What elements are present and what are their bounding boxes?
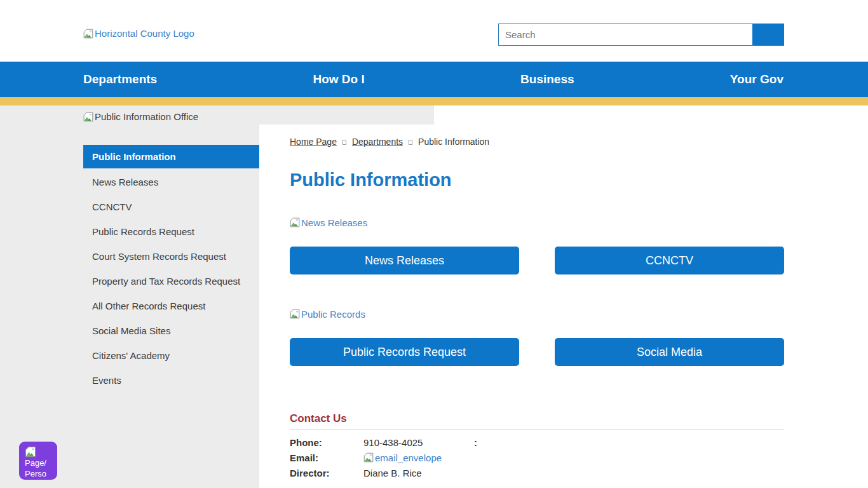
sidebar-item-public-information[interactable]: Public Information	[83, 145, 259, 168]
email-label: Email:	[290, 452, 363, 463]
site-header: Horizontal County Logo	[0, 0, 868, 62]
news-releases-image-alt: News Releases	[301, 217, 367, 228]
director-label: Director:	[290, 468, 363, 478]
contact-divider	[290, 429, 784, 430]
search-button[interactable]	[752, 24, 784, 46]
sidebar-item-court-system-records-request[interactable]: Court System Records Request	[83, 244, 259, 269]
sidebar-item-news-releases[interactable]: News Releases	[83, 170, 259, 194]
search-input[interactable]	[498, 24, 752, 46]
public-records-image-alt: Public Records	[301, 309, 365, 320]
public-records-image-link[interactable]: Public Records	[290, 309, 365, 319]
breadcrumb-separator-icon	[409, 140, 412, 145]
sidebar-item-social-media-sites[interactable]: Social Media Sites	[83, 318, 259, 343]
county-logo-link[interactable]: Horizontal County Logo	[83, 28, 194, 39]
broken-image-icon	[290, 217, 300, 227]
accent-stripe	[0, 97, 868, 105]
breadcrumb-current: Public Information	[418, 137, 489, 147]
email-image-alt: email_envelope	[375, 452, 442, 463]
office-image-alt-text: Public Information Office	[95, 111, 198, 122]
sidebar-item-all-other-records-request[interactable]: All Other Records Request	[83, 294, 259, 318]
page-personalization-widget-button[interactable]: Page/ Perso	[19, 442, 57, 480]
widget-text-line2: Perso	[25, 469, 46, 478]
office-banner-image: Public Information Office	[83, 111, 198, 122]
contact-us-heading: Contact Us	[290, 413, 784, 424]
search-bar	[498, 24, 784, 46]
sidebar-item-citizens-academy[interactable]: Citizens' Academy	[83, 343, 259, 368]
main-area: Public Information Office Public Informa…	[0, 105, 868, 488]
nav-item-your-gov[interactable]: Your Gov	[730, 72, 783, 86]
broken-image-icon	[83, 112, 93, 122]
sidebar-item-events[interactable]: Events	[83, 368, 259, 393]
sidebar-item-ccnctv[interactable]: CCNCTV	[83, 194, 259, 219]
breadcrumb-separator-icon	[342, 140, 346, 145]
director-value: Diane B. Rice	[363, 468, 474, 478]
contact-row-phone: Phone: 910-438-4025 :	[290, 435, 784, 450]
button-row-1: News Releases CCNCTV	[290, 247, 784, 274]
nav-item-how-do-i[interactable]: How Do I	[313, 72, 364, 86]
broken-image-icon	[363, 452, 374, 463]
sidebar-item-public-records-request[interactable]: Public Records Request	[83, 219, 259, 244]
ccnctv-button[interactable]: CCNCTV	[555, 247, 784, 274]
phone-label: Phone:	[290, 437, 363, 448]
phone-extra-colon: :	[474, 437, 477, 448]
page-title: Public Information	[290, 170, 784, 189]
contact-row-email: Email: email_envelope	[290, 450, 784, 465]
breadcrumb-departments[interactable]: Departments	[352, 137, 403, 147]
widget-text-line1: Page/	[25, 458, 46, 468]
broken-image-icon	[25, 446, 36, 458]
page-content: Home PageDepartmentsPublic Information P…	[290, 105, 784, 480]
email-envelope-link[interactable]: email_envelope	[363, 452, 442, 463]
nav-item-departments[interactable]: Departments	[83, 72, 157, 86]
primary-nav: Departments How Do I Business Your Gov	[0, 62, 868, 97]
sidebar-item-property-tax-records-request[interactable]: Property and Tax Records Request	[83, 269, 259, 294]
news-releases-image-link[interactable]: News Releases	[290, 217, 367, 227]
broken-image-icon	[83, 29, 93, 39]
contact-row-director: Director: Diane B. Rice	[290, 465, 784, 480]
breadcrumb-home-page[interactable]: Home Page	[290, 137, 337, 147]
contact-info: Phone: 910-438-4025 : Email: email_envel…	[290, 435, 784, 480]
news-releases-button[interactable]: News Releases	[290, 247, 519, 274]
nav-item-business[interactable]: Business	[520, 72, 574, 86]
breadcrumb: Home PageDepartmentsPublic Information	[290, 137, 784, 147]
broken-image-icon	[290, 309, 300, 319]
social-media-button[interactable]: Social Media	[555, 338, 784, 366]
logo-alt-text: Horizontal County Logo	[95, 28, 194, 39]
button-row-2: Public Records Request Social Media	[290, 338, 784, 366]
phone-value: 910-438-4025	[363, 437, 474, 448]
sidebar-menu: Public Information News Releases CCNCTV …	[83, 145, 259, 393]
public-records-request-button[interactable]: Public Records Request	[290, 338, 519, 366]
